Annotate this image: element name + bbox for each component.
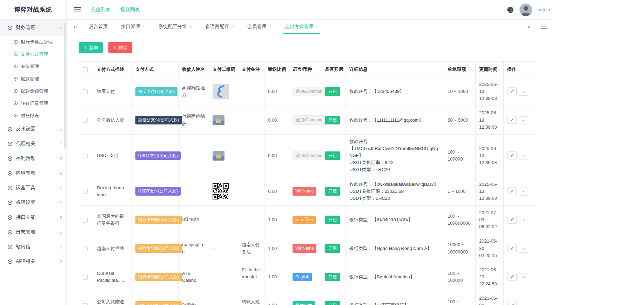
no-qr-dash: - xyxy=(213,217,214,222)
sidebar-scrollbar[interactable] xyxy=(64,22,66,149)
row-checkbox[interactable] xyxy=(83,246,88,251)
cell-method: 银行卡转账(公司入款) xyxy=(132,263,179,291)
enabled-badge[interactable]: 开启 xyxy=(325,151,340,160)
enabled-badge[interactable]: 开启 xyxy=(325,273,340,282)
sidebar-item-bank-card-type[interactable]: 银行卡类型管理 xyxy=(0,36,66,48)
sidebar-item-finance-report[interactable]: 财务报表 xyxy=(0,109,66,122)
edit-button[interactable] xyxy=(507,273,517,281)
admin-username[interactable]: admin xyxy=(538,7,550,12)
scroll-tabs-left-icon[interactable] xyxy=(72,20,79,34)
language-badge: 通用/Common xyxy=(293,115,326,125)
tab-member-manage[interactable]: 会员管理× xyxy=(245,20,274,34)
sidebar-item-transfer-record[interactable]: 转账记录管理 xyxy=(0,97,66,109)
row-checkbox[interactable] xyxy=(83,218,88,223)
edit-icon xyxy=(510,89,514,93)
tab-payment-method[interactable]: 支付方式管理× xyxy=(283,20,321,34)
scroll-tabs-right-icon[interactable] xyxy=(525,25,533,29)
sidebar-item-label: 财务报表 xyxy=(21,113,39,119)
payment-logo-image xyxy=(213,84,229,99)
tab-multi-language[interactable]: 多语言配置× xyxy=(203,20,236,34)
edit-button[interactable] xyxy=(507,187,517,195)
withdraw-list-link[interactable]: 提款列表 xyxy=(120,7,140,13)
add-button[interactable]: + 新增 xyxy=(79,42,103,53)
detail-line: 银行类型：【Bank of America】 xyxy=(349,273,440,280)
edit-button[interactable] xyxy=(507,151,517,160)
language-badge: ViệtName xyxy=(293,187,316,196)
row-checkbox[interactable] xyxy=(83,89,88,94)
sidebar-group-app[interactable]: APP相关 xyxy=(0,254,66,269)
row-checkbox[interactable] xyxy=(83,189,88,194)
row-delete-button[interactable]: × xyxy=(519,216,528,224)
sidebar-group-finance[interactable]: 财务管理 xyxy=(0,20,66,36)
sidebar-group-label: 运营工具 xyxy=(16,185,35,191)
detail-line: 银行类型：【ธนาคารกรุงเทพ】 xyxy=(349,216,440,223)
circle-icon xyxy=(7,244,13,250)
sidebar-group-message[interactable]: 站内信 xyxy=(0,239,66,254)
sidebar-item-withdrawal-amount[interactable]: 提款金额管理 xyxy=(0,85,66,97)
tab-close-icon[interactable]: × xyxy=(232,24,234,29)
cell-qr-code: - xyxy=(209,234,238,263)
row-checkbox[interactable] xyxy=(83,154,88,158)
tab-interface-manage[interactable]: 接口管理× xyxy=(119,20,147,34)
row-delete-button[interactable]: × xyxy=(519,188,528,196)
row-delete-button[interactable]: × xyxy=(519,116,528,124)
close-icon: × xyxy=(113,45,116,50)
sidebar-group-agent[interactable]: 代理相关 xyxy=(0,136,66,151)
enabled-badge[interactable]: 开启 xyxy=(325,216,340,224)
enabled-badge[interactable]: 开启 xyxy=(325,301,340,305)
sidebar-group-rebate[interactable]: 反水设置 xyxy=(0,122,66,136)
edit-button[interactable] xyxy=(507,301,517,305)
tab-close-icon[interactable]: × xyxy=(316,24,318,29)
tab-close-icon[interactable]: × xyxy=(189,24,192,29)
detail-line: 收款账号：【1111111111@qq.com】 xyxy=(349,117,440,124)
globe-icon[interactable] xyxy=(507,6,514,13)
row-delete-button[interactable]: × xyxy=(519,302,528,305)
tab-system-config-group[interactable]: 系统配置分组× xyxy=(156,20,194,34)
enabled-badge[interactable]: 开启 xyxy=(325,116,340,124)
sidebar-group-operation[interactable]: 运营工具 xyxy=(0,181,66,195)
sidebar-item-payment-method[interactable]: 支付方式管理 xyxy=(0,48,66,60)
delete-button[interactable]: × 删除 xyxy=(108,42,132,53)
row-checkbox[interactable] xyxy=(83,275,88,280)
tab-menu-icon[interactable] xyxy=(540,25,548,29)
sidebar-group-welfare[interactable]: 福利活动 xyxy=(0,151,66,166)
enabled-badge[interactable]: 开启 xyxy=(325,244,340,253)
cell-select xyxy=(79,291,93,305)
chevron-right-icon xyxy=(59,260,62,263)
circle-icon xyxy=(7,156,13,161)
row-checkbox[interactable] xyxy=(83,303,88,305)
sidebar-item-withdrawal[interactable]: 提款管理 xyxy=(0,73,66,85)
row-delete-button[interactable]: × xyxy=(519,245,528,253)
tab-label: 支付方式管理 xyxy=(285,23,313,30)
row-delete-button[interactable]: × xyxy=(519,152,528,160)
sidebar-item-label: 充值管理 xyxy=(21,63,39,70)
edit-button[interactable] xyxy=(507,216,517,224)
user-avatar[interactable] xyxy=(519,4,532,16)
cell-note xyxy=(238,77,264,106)
edit-button[interactable] xyxy=(507,116,517,124)
hamburger-icon[interactable] xyxy=(74,7,81,12)
tab-close-icon[interactable]: × xyxy=(269,24,271,29)
cell-ratio: 1.00 xyxy=(264,234,289,263)
row-delete-button[interactable]: × xyxy=(519,273,528,281)
tab-home[interactable]: 后台首页 xyxy=(87,20,110,34)
sidebar-item-recharge[interactable]: 充值管理 xyxy=(0,60,66,73)
sidebar-group-interface[interactable]: 接口功能 xyxy=(0,210,66,225)
sidebar-group-permission[interactable]: 权限设置 xyxy=(0,195,66,210)
enabled-badge[interactable]: 开启 xyxy=(325,87,340,96)
sidebar-group-content[interactable]: 内容管理 xyxy=(0,166,66,181)
sidebar-item-label: 转账记录管理 xyxy=(21,100,48,107)
sidebar-group-label: 日志管理 xyxy=(16,229,35,235)
tab-close-icon[interactable]: × xyxy=(142,24,145,29)
row-checkbox[interactable] xyxy=(83,118,88,123)
edit-button[interactable] xyxy=(507,244,517,252)
crest-image xyxy=(213,151,224,161)
row-delete-button[interactable]: × xyxy=(519,88,528,96)
sidebar-group-log[interactable]: 日志管理 xyxy=(0,225,66,239)
recharge-list-link[interactable]: 充值列表 xyxy=(91,7,110,13)
add-button-label: 新增 xyxy=(89,45,98,51)
select-all-checkbox[interactable] xyxy=(83,67,88,72)
edit-button[interactable] xyxy=(507,87,517,95)
enabled-badge[interactable]: 开启 xyxy=(325,187,340,196)
chevron-right-icon xyxy=(59,201,62,204)
